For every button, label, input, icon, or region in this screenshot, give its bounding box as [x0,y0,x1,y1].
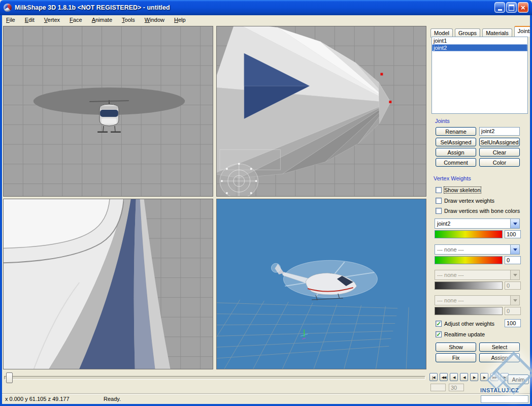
adjust-other-weights-checkbox[interactable]: ✓ [436,321,442,327]
first-frame-button[interactable]: |◀ [429,373,438,381]
assign-joint-button[interactable]: Assign [436,148,476,157]
show-skeleton-label: Show skeleton [444,187,481,193]
chevron-down-icon [510,296,519,305]
window-border-bottom [0,404,532,406]
draw-bone-colors-label: Draw vertices with bone colors [444,208,520,214]
weight-value-2[interactable]: 0 [505,256,521,264]
window-title: MilkShape 3D 1.8.1b <NOT REGISTERED> - u… [15,4,170,11]
weight-slider-1[interactable] [435,230,503,238]
maximize-button[interactable] [506,2,517,13]
joint-list[interactable]: joint1 joint2 [431,37,528,114]
dropdown-value: --- none --- [435,296,510,305]
chevron-down-icon[interactable] [510,219,519,228]
current-frame-field[interactable] [430,384,446,391]
menu-animate[interactable]: Animate [88,15,116,24]
comment-button[interactable]: Comment [436,158,476,167]
minimize-icon [498,9,502,11]
play-backward-button[interactable]: ◀ [460,373,468,381]
menu-file[interactable]: File [2,15,19,24]
app-logo-icon [4,4,12,12]
select-button[interactable]: Select [479,342,520,352]
chevron-down-icon[interactable] [510,245,519,254]
prev-frame-button[interactable]: ◀ [450,373,458,381]
weight-slider-4 [435,307,503,315]
weight-value-3: 0 [505,282,521,290]
timeline-thumb[interactable] [6,372,13,383]
weight-slider-2[interactable] [435,256,503,264]
joint-name-field[interactable]: joint2 [479,127,520,136]
clear-button[interactable]: Clear [479,148,520,157]
menu-help[interactable]: Help [170,15,190,24]
dropdown-value: --- none --- [435,270,510,279]
status-message: Ready. [104,396,121,402]
control-panel: Model Groups Materials Joints joint1 joi… [429,26,530,370]
title-bar[interactable]: MilkShape 3D 1.8.1b <NOT REGISTERED> - u… [0,0,532,15]
joint-list-item[interactable]: joint1 [432,37,527,44]
realtime-update-checkbox[interactable]: ✓ [436,331,442,337]
viewport-3d-perspective[interactable] [216,199,426,369]
window-border-left [0,15,2,404]
cursor-coordinates: x 0.000 y 61.105 z 49.177 [5,396,70,402]
fuselage-panels [4,199,170,369]
timeline-slider[interactable] [4,376,425,380]
joint-list-item-selected[interactable]: joint2 [432,44,527,51]
joints-section-label: Joints [435,118,450,124]
panel-tabs: Model Groups Materials Joints [430,26,532,37]
total-frames-field[interactable]: 30 [449,384,464,391]
weight-joint-dropdown-3: --- none --- [435,270,520,280]
menu-bar: File Edit Vertex Face Animate Tools Wind… [2,15,530,25]
assign-weight-button[interactable]: Assign [479,353,520,362]
adjust-weights-value[interactable]: 100 [505,319,521,327]
weight-joint-dropdown-1[interactable]: joint2 [435,218,520,229]
menu-edit[interactable]: Edit [21,15,39,24]
draw-vertex-weights-label: Draw vertex weights [444,198,494,204]
selected-vertex-marker [389,101,391,103]
dropdown-value: --- none --- [435,245,510,254]
front-view-canvas [4,26,213,196]
adjust-other-weights-label: Adjust other weights [444,321,494,327]
chevron-down-icon [510,270,519,279]
draw-bone-colors-checkbox[interactable] [436,208,442,214]
color-button[interactable]: Color [479,158,520,167]
tail-rotor [271,263,280,272]
weight-value-4: 0 [505,307,521,315]
prev-keyframe-button[interactable]: ◀◀ [440,373,448,381]
show-button[interactable]: Show [436,342,476,352]
menu-window[interactable]: Window [141,15,169,24]
tab-joints[interactable]: Joints [514,26,532,37]
status-bar: x 0.000 y 61.105 z 49.177 Ready. [2,393,530,404]
menu-face[interactable]: Face [65,15,86,24]
draw-bone-colors-row: Draw vertices with bone colors [436,207,520,214]
next-frame-button[interactable]: ▶ [480,373,488,381]
weight-value-1[interactable]: 100 [505,230,521,238]
body-view-canvas [4,199,213,369]
milkshape-window: MilkShape 3D 1.8.1b <NOT REGISTERED> - u… [0,0,532,406]
close-button[interactable]: × [518,2,528,13]
sel-unassigned-button[interactable]: SelUnAssigned [479,138,520,146]
draw-vertex-weights-checkbox[interactable] [436,198,442,204]
menu-tools[interactable]: Tools [118,15,139,24]
show-skeleton-checkbox[interactable] [436,187,442,193]
play-forward-button[interactable]: ▶ [470,373,478,381]
status-input-field[interactable] [481,395,528,403]
realtime-update-label: Realtime update [444,331,485,337]
adjust-other-weights-row: ✓ Adjust other weights [436,320,494,327]
perspective-canvas [217,199,426,369]
dropdown-value: joint2 [435,219,510,228]
menu-vertex[interactable]: Vertex [40,15,64,24]
realtime-update-row: ✓ Realtime update [436,331,485,338]
viewport-front[interactable] [3,26,213,197]
minimize-button[interactable] [494,2,505,13]
viewport-body-closeup[interactable] [3,199,213,369]
anim-toggle-button[interactable]: Anim [508,374,529,384]
weight-joint-dropdown-2[interactable]: --- none --- [435,244,520,255]
fix-button[interactable]: Fix [436,353,476,362]
watermark-text: INSTALUJ.CZ [480,387,519,393]
rename-button[interactable]: Rename [436,127,476,136]
close-icon: × [521,4,525,11]
next-keyframe-button[interactable]: ▶▶ [490,373,498,381]
viewport-nose-closeup[interactable] [216,26,426,197]
window-border-right [530,15,532,404]
sel-assigned-button[interactable]: SelAssigned [436,138,476,146]
vertex-weights-section-label: Vertex Weights [434,175,471,181]
